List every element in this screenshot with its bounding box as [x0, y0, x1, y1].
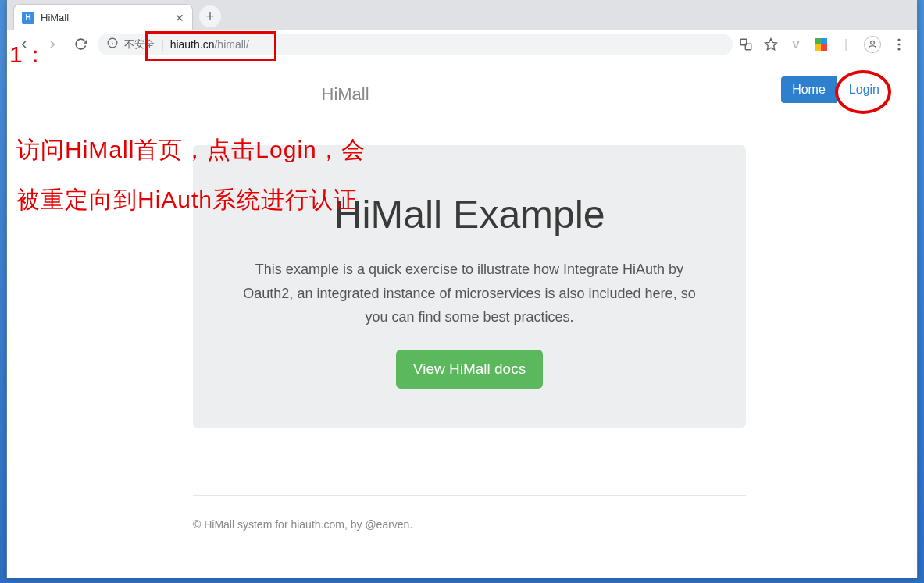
browser-toolbar: 不安全 | hiauth.cn/himall/ V | — [7, 30, 917, 59]
footer-divider — [193, 495, 746, 496]
annotation-url-box — [145, 31, 276, 61]
annotation-login-circle — [835, 70, 891, 114]
browser-tab[interactable]: H HiMall ✕ — [13, 4, 193, 30]
jumbotron-text: This example is a quick exercise to illu… — [224, 258, 715, 329]
svg-rect-13 — [821, 44, 827, 51]
site-brand: HiMall — [322, 84, 369, 105]
footer-text: © HiMall system for hiauth.com, by @earv… — [193, 518, 412, 531]
svg-marker-9 — [765, 38, 777, 49]
view-docs-button[interactable]: View HiMall docs — [396, 350, 543, 389]
annotation-step-marker: 1： — [9, 39, 48, 71]
menu-dots-icon[interactable] — [892, 37, 906, 52]
svg-rect-12 — [815, 44, 821, 51]
tab-title: HiMall — [41, 12, 169, 23]
extension-v-icon[interactable]: V — [789, 37, 803, 52]
nav-home-button[interactable]: Home — [781, 76, 837, 103]
reload-button[interactable] — [70, 34, 91, 55]
browser-window: H HiMall ✕ + 不安全 | hiauth.cn/himall/ — [6, 0, 918, 578]
tab-close-icon[interactable]: ✕ — [175, 12, 184, 24]
profile-avatar-icon[interactable] — [864, 36, 881, 53]
extension-color-icon[interactable] — [814, 37, 828, 52]
annotation-text-line2: 被重定向到HiAuth系统进行认证 — [16, 184, 358, 216]
page-content: HiMall Home Login HiMall Example This ex… — [7, 59, 917, 578]
svg-point-14 — [871, 41, 875, 44]
toolbar-separator: | — [839, 37, 853, 52]
info-icon — [107, 37, 118, 51]
svg-point-15 — [897, 38, 900, 41]
new-tab-button[interactable]: + — [199, 5, 221, 27]
toolbar-icons: V | — [739, 36, 911, 53]
translate-icon[interactable] — [739, 37, 753, 52]
svg-point-16 — [897, 43, 900, 45]
svg-rect-11 — [821, 38, 827, 44]
svg-point-17 — [897, 48, 900, 50]
star-icon[interactable] — [764, 37, 778, 52]
svg-rect-10 — [815, 38, 821, 44]
tab-strip: H HiMall ✕ + — [7, 0, 917, 30]
tab-favicon: H — [22, 12, 34, 24]
annotation-text-line1: 访问HiMall首页，点击Login，会 — [16, 134, 366, 166]
